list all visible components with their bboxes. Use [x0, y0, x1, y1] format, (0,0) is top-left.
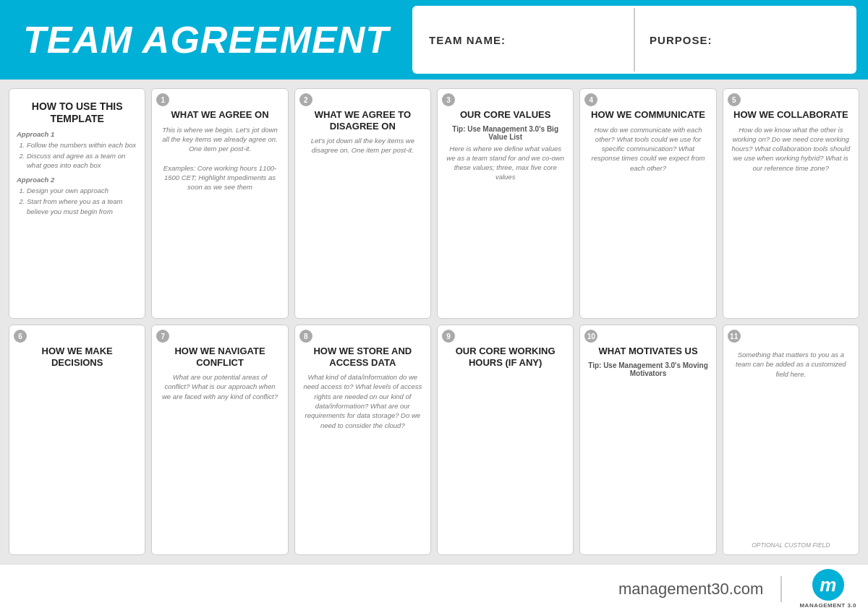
card-how-we-make-decisions: 6 HOW WE MAKE DECISIONS — [9, 325, 145, 555]
card-number-9: 9 — [442, 330, 455, 343]
card-custom-field: 11 Something that matters to you as a te… — [723, 325, 859, 555]
card-7-body: What are our potential areas of conflict… — [159, 372, 280, 549]
page: TEAM AGREEMENT TEAM NAME: PURPOSE: HOW T… — [0, 0, 868, 613]
card-9-body — [445, 372, 566, 549]
card-10-body — [587, 380, 708, 549]
card-6-title: HOW WE MAKE DECISIONS — [17, 333, 137, 368]
card-4-body: How do we communicate with each other? W… — [587, 125, 708, 312]
card-core-values: 3 OUR CORE VALUES Tip: Use Management 3.… — [437, 88, 574, 319]
footer: management30.com m MANAGEMENT 3.0 — [0, 564, 868, 613]
logo-letter: m — [820, 574, 836, 596]
card-3-title: OUR CORE VALUES — [445, 96, 566, 121]
card-2-title: WHAT WE AGREE TO DISAGREE ON — [302, 96, 423, 132]
purpose-field[interactable]: PURPOSE: — [635, 8, 854, 72]
card-7-title: HOW WE NAVIGATE CONFLICT — [159, 333, 280, 368]
card-grid: HOW TO USE THIS TEMPLATE Approach 1 Foll… — [0, 80, 868, 564]
card-how-we-collaborate: 5 HOW WE COLLABORATE How do we know what… — [723, 88, 859, 319]
logo-icon: m — [812, 569, 844, 601]
card-2-body: Let's jot down all the key items we disa… — [302, 136, 423, 312]
logo-text: MANAGEMENT 3.0 — [799, 602, 856, 609]
card-6-body — [17, 372, 137, 549]
card-10-subtitle: Tip: Use Management 3.0's Moving Motivat… — [587, 361, 708, 377]
header-fields: TEAM NAME: PURPOSE: — [412, 6, 856, 74]
card-number-2: 2 — [299, 93, 312, 106]
card-store-data: 8 HOW WE STORE AND ACCESS DATA What kind… — [294, 325, 431, 555]
card-11-body: Something that matters to you as a team … — [731, 350, 851, 539]
card-9-title: OUR CORE WORKING HOURS (IF ANY) — [445, 333, 566, 368]
team-name-label: TEAM NAME: — [429, 34, 506, 46]
card-1-body: This is where we begin. Let's jot down a… — [159, 125, 280, 312]
card-11-title — [731, 333, 851, 346]
card-5-title: HOW WE COLLABORATE — [731, 96, 851, 121]
card-how-we-communicate: 4 HOW WE COMMUNICATE How do we communica… — [579, 88, 716, 319]
card-4-title: HOW WE COMMUNICATE — [587, 96, 708, 121]
footer-divider — [780, 576, 782, 602]
card-number-11: 11 — [728, 330, 741, 343]
team-name-field[interactable]: TEAM NAME: — [414, 8, 635, 72]
card-number-6: 6 — [14, 330, 27, 343]
card-8-title: HOW WE STORE AND ACCESS DATA — [302, 333, 423, 368]
card-11-footer: OPTIONAL CUSTOM FIELD — [731, 541, 851, 549]
footer-logo: m MANAGEMENT 3.0 — [799, 569, 856, 609]
card-what-we-disagree-on: 2 WHAT WE AGREE TO DISAGREE ON Let's jot… — [294, 88, 431, 319]
card-number-8: 8 — [299, 330, 312, 343]
card-number-3: 3 — [442, 93, 455, 106]
card-1-title: WHAT WE AGREE ON — [159, 96, 280, 121]
card-working-hours: 9 OUR CORE WORKING HOURS (IF ANY) — [437, 325, 574, 555]
card-how-to-body: Approach 1 Follow the numbers within eac… — [17, 129, 137, 312]
footer-website: management30.com — [618, 580, 764, 599]
card-number-5: 5 — [728, 93, 741, 106]
card-10-title: WHAT MOTIVATES US — [587, 333, 708, 357]
header: TEAM AGREEMENT TEAM NAME: PURPOSE: — [0, 0, 868, 80]
card-8-body: What kind of data/information do we need… — [302, 372, 423, 549]
card-3-subtitle: Tip: Use Management 3.0's Big Value List — [445, 125, 566, 141]
card-5-body: How do we know what the other is working… — [731, 125, 851, 312]
card-3-body: Here is where we define what values we a… — [445, 144, 566, 312]
card-how-to-title: HOW TO USE THIS TEMPLATE — [17, 96, 137, 125]
page-title: TEAM AGREEMENT — [12, 6, 401, 74]
card-what-we-agree-on: 1 WHAT WE AGREE ON This is where we begi… — [151, 88, 288, 319]
card-how-to: HOW TO USE THIS TEMPLATE Approach 1 Foll… — [9, 88, 145, 319]
card-motivates-us: 10 WHAT MOTIVATES US Tip: Use Management… — [579, 325, 716, 555]
card-navigate-conflict: 7 HOW WE NAVIGATE CONFLICT What are our … — [151, 325, 288, 555]
purpose-label: PURPOSE: — [650, 34, 712, 46]
